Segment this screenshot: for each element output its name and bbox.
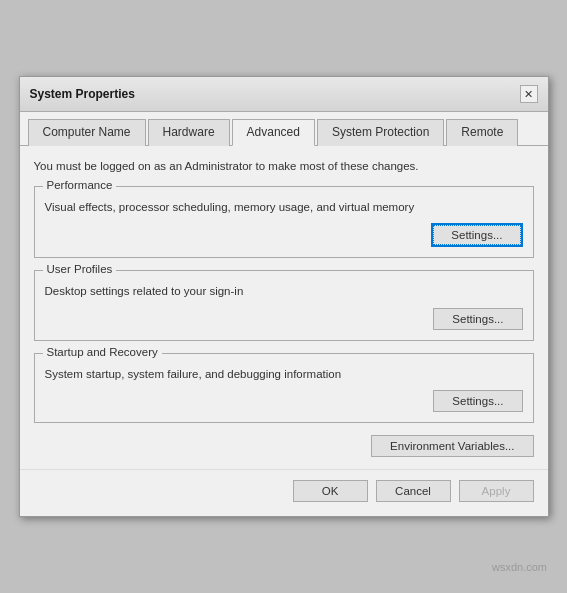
- performance-section: Performance Visual effects, processor sc…: [34, 186, 534, 258]
- user-profiles-btn-row: Settings...: [45, 308, 523, 330]
- user-profiles-settings-button[interactable]: Settings...: [433, 308, 522, 330]
- apply-button[interactable]: Apply: [459, 480, 534, 502]
- close-button[interactable]: ✕: [520, 85, 538, 103]
- performance-section-title: Performance: [43, 179, 117, 191]
- tab-remote[interactable]: Remote: [446, 119, 518, 146]
- tab-hardware[interactable]: Hardware: [148, 119, 230, 146]
- performance-settings-button[interactable]: Settings...: [431, 223, 522, 247]
- tab-advanced[interactable]: Advanced: [232, 119, 315, 146]
- footer: OK Cancel Apply: [20, 469, 548, 516]
- env-variables-row: Environment Variables...: [34, 435, 534, 457]
- startup-recovery-settings-button[interactable]: Settings...: [433, 390, 522, 412]
- tab-computer-name[interactable]: Computer Name: [28, 119, 146, 146]
- user-profiles-section: User Profiles Desktop settings related t…: [34, 270, 534, 340]
- user-profiles-description: Desktop settings related to your sign-in: [45, 283, 523, 299]
- watermark: wsxdn.com: [492, 561, 547, 573]
- tab-bar: Computer Name Hardware Advanced System P…: [20, 112, 548, 146]
- title-bar: System Properties ✕: [20, 77, 548, 112]
- tab-system-protection[interactable]: System Protection: [317, 119, 444, 146]
- startup-recovery-description: System startup, system failure, and debu…: [45, 366, 523, 382]
- ok-button[interactable]: OK: [293, 480, 368, 502]
- cancel-button[interactable]: Cancel: [376, 480, 451, 502]
- user-profiles-section-title: User Profiles: [43, 263, 117, 275]
- startup-recovery-section: Startup and Recovery System startup, sys…: [34, 353, 534, 423]
- environment-variables-button[interactable]: Environment Variables...: [371, 435, 533, 457]
- startup-recovery-btn-row: Settings...: [45, 390, 523, 412]
- window-title: System Properties: [30, 87, 135, 101]
- performance-description: Visual effects, processor scheduling, me…: [45, 199, 523, 215]
- performance-btn-row: Settings...: [45, 223, 523, 247]
- admin-notice: You must be logged on as an Administrato…: [34, 158, 534, 174]
- tab-content: You must be logged on as an Administrato…: [20, 146, 548, 468]
- system-properties-window: System Properties ✕ Computer Name Hardwa…: [19, 76, 549, 516]
- startup-recovery-section-title: Startup and Recovery: [43, 346, 162, 358]
